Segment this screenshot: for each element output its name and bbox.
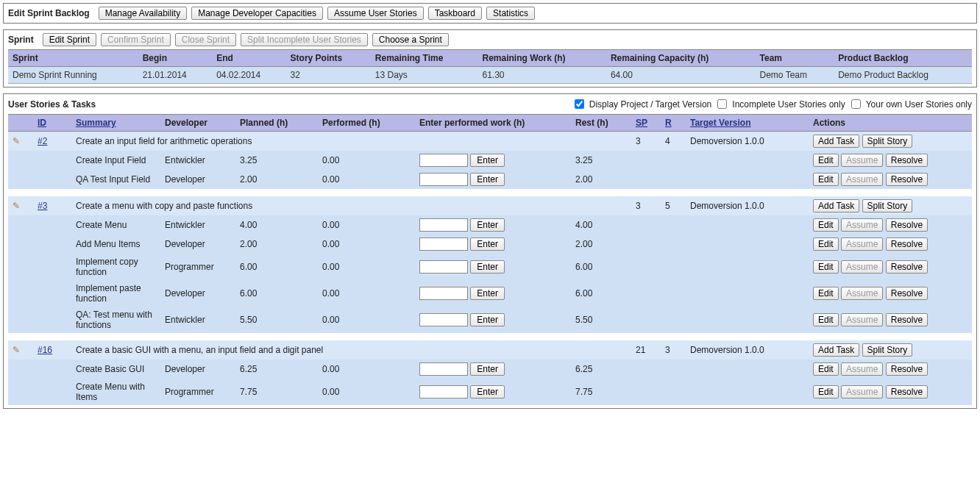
enter-button[interactable]: Enter xyxy=(470,260,505,274)
resolve-button[interactable]: Resolve xyxy=(886,260,928,274)
edit-button[interactable]: Edit xyxy=(813,385,839,399)
assume-button: Assume xyxy=(841,260,883,274)
task-developer: Developer xyxy=(160,170,235,189)
resolve-button[interactable]: Resolve xyxy=(886,313,928,326)
enter-button[interactable]: Enter xyxy=(470,173,505,186)
story-id-link[interactable]: #3 xyxy=(38,201,47,211)
sprint-begin: 21.01.2014 xyxy=(138,67,212,84)
resolve-button[interactable]: Resolve xyxy=(886,154,928,167)
task-planned: 6.00 xyxy=(235,280,318,307)
enter-button[interactable]: Enter xyxy=(470,385,505,399)
edit-button[interactable]: Edit xyxy=(813,313,839,326)
enter-button[interactable]: Enter xyxy=(470,287,505,300)
col-actions: Actions xyxy=(809,115,972,132)
enter-button[interactable]: Enter xyxy=(470,218,505,232)
performed-work-input[interactable] xyxy=(419,173,468,186)
performed-work-input[interactable] xyxy=(419,287,468,300)
performed-work-input[interactable] xyxy=(419,385,468,399)
enter-button[interactable]: Enter xyxy=(470,362,505,376)
task-summary: Implement copy function xyxy=(71,254,160,280)
edit-sprint-button[interactable]: Edit Sprint xyxy=(43,33,96,46)
edit-button[interactable]: Edit xyxy=(813,287,839,300)
performed-work-input[interactable] xyxy=(419,154,468,167)
task-row: Create Basic GUIDeveloper6.250.00 Enter6… xyxy=(8,360,972,379)
task-planned: 2.00 xyxy=(235,235,318,254)
resolve-button[interactable]: Resolve xyxy=(886,362,928,376)
resolve-button[interactable]: Resolve xyxy=(886,218,928,232)
story-r: 4 xyxy=(661,132,686,151)
task-summary: Implement paste function xyxy=(71,280,160,307)
edit-button[interactable]: Edit xyxy=(813,362,839,376)
task-rest: 5.50 xyxy=(571,307,631,333)
split-story-button[interactable]: Split Story xyxy=(862,343,913,357)
pencil-icon[interactable]: ✎ xyxy=(13,201,20,211)
sprint-sp: 32 xyxy=(286,67,371,84)
task-performed: 0.00 xyxy=(318,379,415,405)
sprint-end: 04.02.2014 xyxy=(212,67,285,84)
assume-button: Assume xyxy=(841,313,883,326)
split-incomplete-button: Split Incomplete User Stories xyxy=(241,33,368,46)
task-row: Create Menu with ItemsProgrammer7.750.00… xyxy=(8,379,972,405)
own-only-checkbox[interactable] xyxy=(851,99,861,109)
edit-button[interactable]: Edit xyxy=(813,173,839,186)
col-sp[interactable]: SP xyxy=(631,115,661,132)
col-target-version[interactable]: Target Version xyxy=(686,115,809,132)
task-row: Create MenuEntwickler4.000.00 Enter4.00E… xyxy=(8,215,972,235)
pencil-icon[interactable]: ✎ xyxy=(13,136,20,146)
manage-availability-button[interactable]: Manage Availability xyxy=(99,7,188,20)
col-summary[interactable]: Summary xyxy=(71,115,160,132)
col-id[interactable]: ID xyxy=(33,115,71,132)
assume-button: Assume xyxy=(841,385,883,399)
edit-button[interactable]: Edit xyxy=(813,260,839,274)
assume-button: Assume xyxy=(841,218,883,232)
col-planned: Planned (h) xyxy=(235,115,318,132)
sprint-panel-title: Sprint xyxy=(8,35,34,45)
choose-sprint-button[interactable]: Choose a Sprint xyxy=(372,33,449,46)
edit-button[interactable]: Edit xyxy=(813,154,839,167)
assume-user-stories-button[interactable]: Assume User Stories xyxy=(327,7,424,20)
assume-button: Assume xyxy=(841,362,883,376)
resolve-button[interactable]: Resolve xyxy=(886,287,928,300)
task-planned: 6.25 xyxy=(235,360,318,379)
sprint-name: Demo Sprint Running xyxy=(8,67,138,84)
add-task-button[interactable]: Add Task xyxy=(813,343,859,357)
incomplete-only-label: Incomplete User Stories only xyxy=(732,99,845,110)
story-id-link[interactable]: #2 xyxy=(38,136,47,146)
split-story-button[interactable]: Split Story xyxy=(862,135,913,148)
manage-developer-capacities-button[interactable]: Manage Developer Capacities xyxy=(191,7,323,20)
performed-work-input[interactable] xyxy=(419,237,468,251)
enter-button[interactable]: Enter xyxy=(470,313,505,326)
task-performed: 0.00 xyxy=(318,151,415,170)
task-planned: 2.00 xyxy=(235,170,318,189)
performed-work-input[interactable] xyxy=(419,313,468,326)
display-project-checkbox[interactable] xyxy=(575,99,584,109)
incomplete-only-checkbox[interactable] xyxy=(717,99,727,109)
col-r[interactable]: R xyxy=(661,115,686,132)
split-story-button[interactable]: Split Story xyxy=(862,199,913,212)
resolve-button[interactable]: Resolve xyxy=(886,385,928,399)
sprint-info-row: Demo Sprint Running 21.01.2014 04.02.201… xyxy=(8,67,972,84)
add-task-button[interactable]: Add Task xyxy=(813,199,859,212)
enter-button[interactable]: Enter xyxy=(470,154,505,167)
story-id-link[interactable]: #16 xyxy=(38,345,52,355)
story-target-version: Demoversion 1.0.0 xyxy=(686,132,809,151)
taskboard-button[interactable]: Taskboard xyxy=(428,7,482,20)
task-rest: 6.25 xyxy=(571,360,631,379)
pencil-icon[interactable]: ✎ xyxy=(13,345,20,355)
add-task-button[interactable]: Add Task xyxy=(813,135,859,148)
story-sp: 3 xyxy=(631,132,661,151)
task-row: Add Menu ItemsDeveloper2.000.00 Enter2.0… xyxy=(8,235,972,254)
task-performed: 0.00 xyxy=(318,235,415,254)
enter-button[interactable]: Enter xyxy=(470,237,505,251)
edit-button[interactable]: Edit xyxy=(813,237,839,251)
resolve-button[interactable]: Resolve xyxy=(886,173,928,186)
performed-work-input[interactable] xyxy=(419,218,468,232)
performed-work-input[interactable] xyxy=(419,260,468,274)
performed-work-input[interactable] xyxy=(419,362,468,376)
task-performed: 0.00 xyxy=(318,215,415,235)
resolve-button[interactable]: Resolve xyxy=(886,237,928,251)
statistics-button[interactable]: Statistics xyxy=(486,7,535,20)
task-summary: Create Menu with Items xyxy=(71,379,160,405)
edit-button[interactable]: Edit xyxy=(813,218,839,232)
task-developer: Entwickler xyxy=(160,307,235,333)
